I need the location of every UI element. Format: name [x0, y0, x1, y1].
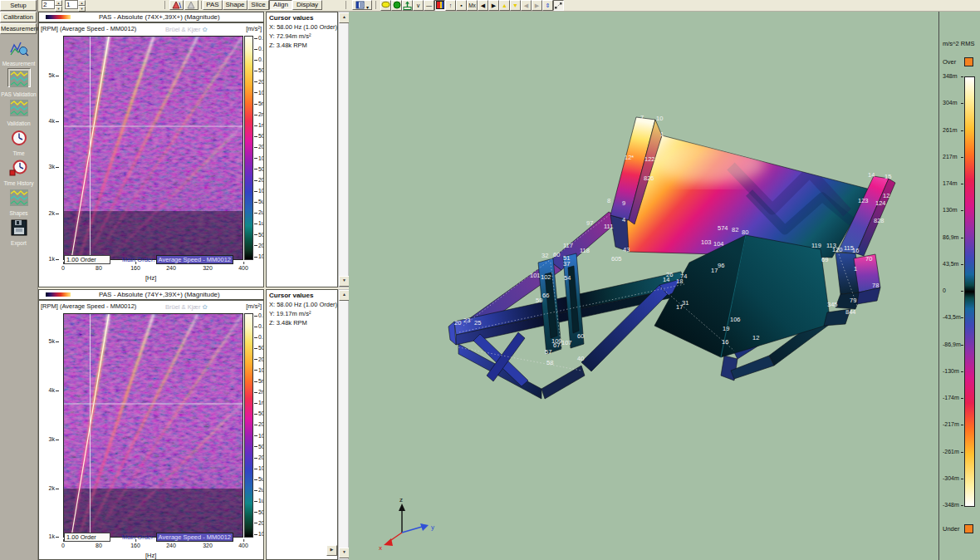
- align-button[interactable]: Align: [269, 0, 292, 10]
- spinner-cols[interactable]: ▲▼: [65, 0, 86, 10]
- node-label: 19: [723, 325, 729, 332]
- spinner-arrows[interactable]: ▲▼: [78, 0, 86, 10]
- analysis-chart-disabled-button[interactable]: [184, 0, 198, 10]
- cursor-y-value: Y: 19.17m m/s²: [269, 309, 335, 318]
- colorbar-tick: 10u: [254, 188, 264, 194]
- plot1-y-axis-label: [RPM] (Average Speed - MM0012): [41, 25, 136, 32]
- over-color-swatch: [964, 57, 973, 66]
- shape-button[interactable]: Shape: [223, 0, 247, 10]
- pas-button[interactable]: PAS: [203, 0, 223, 10]
- main-order-value[interactable]: Average Speed - MM0012: [156, 255, 233, 264]
- node-label: 828: [874, 217, 884, 224]
- node-label: 574: [718, 224, 728, 232]
- plot1-main-order[interactable]: Main Order:Average Speed - MM0012: [122, 256, 233, 263]
- plot1-order-tag[interactable]: 1.00 Order: [64, 255, 110, 264]
- check-tool-button[interactable]: ∨: [413, 0, 424, 11]
- main-order-value[interactable]: Average Speed - MM0012: [156, 533, 233, 542]
- node-label: 104: [713, 240, 724, 248]
- spin-down-icon[interactable]: ▼: [55, 6, 62, 12]
- sidebar-tab-calibration[interactable]: Calibration: [0, 12, 37, 22]
- sidebar-item-pas-validation[interactable]: PAS Validation: [0, 68, 37, 96]
- sidebar-item-validation[interactable]: Validation: [0, 98, 37, 126]
- node-label: 102: [541, 273, 551, 281]
- spinner-arrows[interactable]: ▲▼: [55, 0, 62, 10]
- node-label: 37: [563, 260, 570, 268]
- sidebar-item-time-history[interactable]: Time History: [0, 158, 37, 186]
- sidebar-tab-setup[interactable]: Setup: [0, 0, 37, 11]
- next-disabled-button[interactable]: ▶: [532, 0, 542, 11]
- color-scale-tick: 174m: [943, 180, 958, 186]
- node-label: 16: [852, 247, 859, 254]
- color-scale-tick: -217m: [943, 421, 959, 427]
- 3d-shape-view[interactable]: z y x 710112*122826894971111171184360557…: [349, 12, 980, 560]
- node-label: 25: [474, 319, 481, 327]
- display-button[interactable]: Display: [292, 0, 322, 10]
- arrow-up-button[interactable]: ↑: [445, 0, 456, 11]
- sidebar-item-shapes[interactable]: Shapes: [0, 188, 37, 216]
- chevron-down-icon: ▾: [366, 5, 369, 10]
- node-label: 20: [454, 319, 461, 327]
- shapes-icon: [7, 188, 31, 207]
- slice-button[interactable]: Slice: [247, 0, 269, 10]
- colormap-toggle-button[interactable]: [434, 0, 445, 11]
- rows-spinner-input[interactable]: [42, 0, 55, 9]
- watermark: Brüel & Kjær ✿: [165, 26, 208, 33]
- plot1-title: PAS - Absolute (74X+,39X+) (Magnitude): [99, 13, 220, 21]
- node-label: 43: [623, 246, 630, 253]
- cursor-values-header: Cursor values: [269, 291, 335, 300]
- clock-history-icon: [7, 158, 31, 177]
- colorbar-tick: 0.5: [254, 35, 264, 41]
- node-label: 7: [640, 114, 644, 121]
- path-button[interactable]: [553, 0, 564, 11]
- cursor-z-value: Z: 3.48k RPM: [269, 318, 335, 327]
- triangle-up-button[interactable]: ▲: [499, 0, 510, 11]
- colorbar-tick: 0.5: [254, 312, 264, 318]
- spin-down-icon[interactable]: ▼: [78, 6, 86, 12]
- color-scale-tick-mark: [961, 238, 963, 238]
- display-mode-dropdown[interactable]: ▾: [352, 0, 372, 10]
- step-back-button[interactable]: ◀: [478, 0, 488, 11]
- 3d-model[interactable]: z y x 710112*122826894971111171184360557…: [372, 12, 938, 560]
- plot2-titlebar[interactable]: PAS - Absolute (74Y+,39X+) (Magnitude): [38, 289, 264, 300]
- analysis-chart-button[interactable]: [169, 0, 184, 10]
- node-label: 60: [577, 332, 584, 340]
- plot2-order-tag[interactable]: 1.00 Order: [64, 533, 110, 542]
- plot1-spectrogram[interactable]: [63, 36, 243, 260]
- sidebar-tab-measurements[interactable]: Measurements: [0, 23, 37, 34]
- node-label: 70: [865, 255, 872, 263]
- sidebar-item-label: Time: [0, 150, 37, 157]
- spin-up-icon[interactable]: ▲: [78, 0, 86, 6]
- plot1-scrollbar[interactable]: ▲ ▼: [338, 12, 349, 287]
- sidebar-item-time[interactable]: Time: [0, 128, 37, 156]
- sidebar-item-measurement[interactable]: Measurement: [0, 38, 37, 66]
- ellipse-tool-button[interactable]: [380, 0, 391, 11]
- updown-button[interactable]: ⇕: [542, 0, 553, 11]
- color-scale-tick-mark: [961, 130, 963, 131]
- deflection-tool-button[interactable]: [402, 0, 413, 11]
- plot2-spectrogram[interactable]: [63, 313, 243, 538]
- dot-tool-button[interactable]: ▪: [456, 0, 467, 11]
- prev-disabled-button[interactable]: ◀: [521, 0, 532, 11]
- y-axis-tick: 4k: [39, 387, 59, 393]
- plot2-cursor-panel: Cursor values X: 58.00 Hz (1.00 Order) Y…: [266, 289, 338, 560]
- triangle-down-button[interactable]: ▼: [510, 0, 521, 11]
- step-forward-button[interactable]: ▶: [488, 0, 499, 11]
- line-tool-button[interactable]: —: [424, 0, 434, 11]
- plot2-main-order[interactable]: Main Order:Average Speed - MM0012: [122, 533, 233, 541]
- scroll-right-icon[interactable]: ▶: [326, 545, 337, 556]
- plot1-titlebar[interactable]: PAS - Absolute (74X+,39X+) (Magnitude): [38, 12, 264, 22]
- sphere-tool-button[interactable]: [391, 0, 402, 11]
- spin-up-icon[interactable]: ▲: [55, 0, 62, 6]
- validation-icon: [7, 98, 31, 117]
- node-label: 57: [545, 348, 551, 356]
- node-label: 117: [563, 242, 573, 249]
- cols-spinner-input[interactable]: [65, 0, 78, 9]
- plot2-scrollbar[interactable]: ▲ ▼: [338, 289, 349, 560]
- node-label: 107: [561, 339, 572, 346]
- over-row: Over: [943, 58, 956, 66]
- color-scale-tick-mark: [961, 398, 963, 399]
- sidebar-item-export[interactable]: Export: [0, 218, 37, 246]
- max-button[interactable]: Mx: [467, 0, 478, 11]
- colorbar-tick: 0.2: [254, 323, 264, 329]
- spinner-rows[interactable]: ▲▼: [42, 0, 62, 10]
